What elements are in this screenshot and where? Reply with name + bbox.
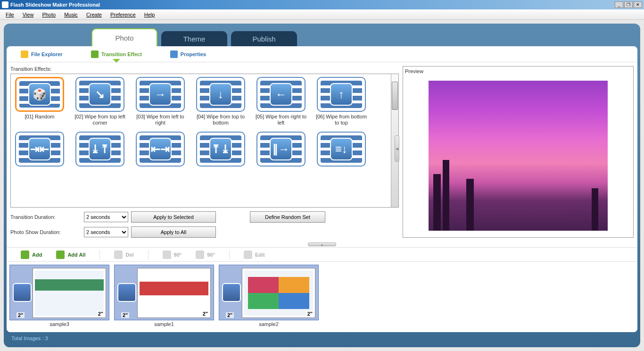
effect-item[interactable]: →[03] Wipe from left to right [134, 77, 186, 127]
photo-strip: 2"2"sample32"2"sample12"2"sample2 [7, 261, 637, 332]
subtab-properties[interactable]: Properties [170, 50, 206, 58]
effect-glyph-icon: 🎲 [28, 83, 51, 106]
delete-icon [114, 251, 123, 259]
effect-label: [01] Random [25, 114, 55, 127]
transition-badge-icon [13, 283, 32, 302]
status-bar: Total Images : 3 [7, 332, 637, 344]
tab-theme[interactable]: Theme [161, 31, 227, 46]
effect-glyph-icon: → [149, 83, 172, 106]
effect-glyph-icon: ⇥⇤ [28, 138, 51, 160]
tab-publish[interactable]: Publish [231, 31, 297, 46]
define-random-set-button[interactable]: Define Random Set [250, 211, 325, 223]
photo-thumbnail: 2" [242, 268, 315, 318]
apply-to-selected-button[interactable]: Apply to Selected [131, 211, 216, 223]
subtab-file-explorer[interactable]: File Explorer [21, 50, 63, 58]
total-images-label: Total Images : 3 [11, 335, 48, 341]
menu-preference[interactable]: Preference [107, 11, 140, 18]
photo-show-duration-label: Photo Show Duration: [10, 229, 81, 235]
folder-icon [21, 50, 28, 58]
photo-thumbnail: 2" [33, 268, 106, 318]
effect-item[interactable]: ≡↓ [315, 132, 367, 182]
effect-item[interactable]: ⇤⇥ [134, 132, 186, 182]
photo-toolbar: Add Add All Del 90° 90° Edit [7, 247, 637, 261]
app-icon [2, 1, 8, 8]
apply-to-all-button[interactable]: Apply to All [131, 226, 216, 238]
preview-image [429, 81, 608, 231]
transition-badge-icon [222, 283, 241, 302]
effect-label: [02] Wipe from top left corner [74, 114, 126, 127]
photo-name: sample2 [259, 321, 279, 327]
photo-show-duration-select[interactable]: 2 seconds [84, 227, 128, 237]
add-all-icon [56, 251, 65, 259]
effects-list: 🎲[01] Random↘[02] Wipe from top left cor… [10, 74, 399, 208]
effect-item[interactable]: ⇥⇤ [14, 132, 66, 182]
main-panel: Photo Theme Publish File Explorer Transi… [4, 24, 640, 347]
menu-photo[interactable]: Photo [38, 11, 59, 18]
rotate-right-button[interactable]: 90° [196, 251, 215, 259]
subtab-transition-effect[interactable]: Transition Effect [91, 50, 142, 58]
transition-duration-label: Transition Duration: [10, 214, 81, 220]
effect-glyph-icon: ≡↓ [330, 138, 353, 160]
menu-create[interactable]: Create [83, 11, 106, 18]
maximize-button[interactable]: ❐ [624, 1, 633, 8]
effect-item[interactable]: ⤓⤒ [74, 132, 126, 182]
effect-item[interactable]: ∥→ [255, 132, 307, 182]
effect-glyph-icon: ↑ [330, 83, 353, 106]
effect-item[interactable]: ↘[02] Wipe from top left corner [74, 77, 126, 127]
title-bar: Flash Slideshow Maker Professional _ ❐ ✕ [0, 0, 644, 9]
effect-label: [06] Wipe from bottom to top [315, 114, 367, 127]
photo-name: sample1 [154, 321, 174, 327]
preview-panel: Preview [403, 66, 634, 238]
photo-name: sample3 [50, 321, 69, 327]
effect-glyph-icon: ⇤⇥ [149, 138, 172, 160]
effect-label: [04] Wipe from top to bottom [195, 114, 247, 127]
photo-thumbnail: 2" [137, 268, 211, 318]
show-duration-badge: 2" [97, 311, 105, 317]
rotate-right-icon [196, 251, 204, 259]
effect-label: [05] Wipe from right to left [255, 114, 307, 127]
photo-item[interactable]: 2"2"sample3 [9, 265, 109, 329]
add-all-button[interactable]: Add All [56, 251, 85, 259]
menu-music[interactable]: Music [60, 11, 82, 18]
menu-file[interactable]: File [2, 11, 18, 18]
horizontal-splitter[interactable]: ▲ [7, 242, 637, 247]
close-button[interactable]: ✕ [634, 1, 642, 8]
effect-glyph-icon: ⤓⤒ [89, 138, 111, 160]
transition-badge-icon [117, 283, 136, 302]
properties-icon [170, 50, 178, 58]
effect-label: [03] Wipe from left to right [134, 114, 186, 127]
preview-label: Preview [405, 68, 631, 74]
effect-item[interactable]: ↓[04] Wipe from top to bottom [195, 77, 247, 127]
add-icon [21, 251, 29, 259]
show-duration-badge: 2" [306, 311, 314, 317]
menu-view[interactable]: View [19, 11, 38, 18]
edit-button[interactable]: Edit [244, 251, 265, 259]
photo-item[interactable]: 2"2"sample2 [219, 265, 319, 329]
rotate-left-button[interactable]: 90° [163, 251, 182, 259]
effect-item[interactable]: ⤒⤓ [195, 132, 247, 182]
photo-item[interactable]: 2"2"sample1 [114, 265, 214, 329]
menu-help[interactable]: Help [140, 11, 159, 18]
add-button[interactable]: Add [21, 251, 42, 259]
rotate-left-icon [163, 251, 171, 259]
vertical-splitter[interactable]: ◀ [394, 80, 400, 217]
effect-item[interactable]: ↑[06] Wipe from bottom to top [315, 77, 367, 127]
transition-duration-select[interactable]: 2 seconds [84, 212, 128, 222]
tab-photo[interactable]: Photo [91, 28, 157, 46]
transition-duration-badge: 2" [121, 312, 129, 318]
effect-glyph-icon: ↘ [89, 83, 111, 106]
transition-icon [91, 50, 99, 58]
effect-glyph-icon: ⤒⤓ [209, 138, 232, 160]
edit-icon [244, 251, 252, 259]
app-title: Flash Slideshow Maker Professional [10, 2, 615, 8]
effect-glyph-icon: ∥→ [270, 138, 292, 160]
effects-heading: Transition Effects: [10, 66, 399, 72]
effect-item[interactable]: 🎲[01] Random [14, 77, 66, 127]
menu-bar: File View Photo Music Create Preference … [0, 9, 644, 20]
effect-glyph-icon: ← [270, 83, 292, 106]
effect-glyph-icon: ↓ [209, 83, 232, 106]
delete-button[interactable]: Del [114, 251, 133, 259]
minimize-button[interactable]: _ [615, 1, 623, 8]
show-duration-badge: 2" [201, 311, 209, 317]
effect-item[interactable]: ←[05] Wipe from right to left [255, 77, 307, 127]
